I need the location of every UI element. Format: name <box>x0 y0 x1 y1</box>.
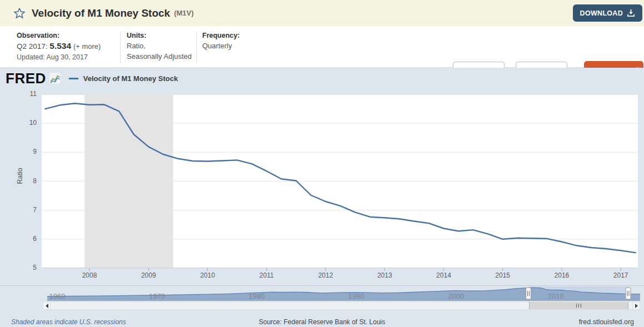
observation-label: Observation: <box>17 32 101 39</box>
right-arrow-icon <box>635 304 638 308</box>
overview-decade-label-1980: 1980 <box>240 292 273 300</box>
legend-line-marker <box>69 78 78 79</box>
divider <box>120 32 121 63</box>
source-text: Source: Federal Reserve Bank of St. Loui… <box>0 318 644 326</box>
x-tick-label-2009: 2009 <box>132 271 165 279</box>
units-label: Units: <box>127 32 192 39</box>
main-chart-region: Ratio 111098765 200820092010201120122013… <box>0 89 644 282</box>
x-tick-label-2011: 2011 <box>250 271 283 279</box>
overview-decade-label-1970: 1970 <box>140 292 173 300</box>
download-icon <box>627 9 635 17</box>
fred-logo: FRED <box>6 71 46 85</box>
thumb-grip-icon <box>581 304 581 308</box>
y-tick-label-7: 7 <box>19 206 37 214</box>
y-tick-label-9: 9 <box>19 148 37 155</box>
legend-series-label: Velocity of M1 Money Stock <box>83 74 178 83</box>
chart-plot-area[interactable] <box>42 94 638 272</box>
divider <box>196 32 197 63</box>
y-tick-label-5: 5 <box>19 264 37 271</box>
x-tick-label-2012: 2012 <box>309 271 342 279</box>
frequency-label: Frequency: <box>202 32 239 39</box>
y-tick-label-6: 6 <box>19 235 37 243</box>
footer-bar: Shaded areas indicate U.S. recessions So… <box>0 314 644 327</box>
meta-bar: Observation: Q2 2017: 5.534 (+ more) Upd… <box>0 26 644 68</box>
overview-decade-label-1960: 1960 <box>41 292 74 300</box>
x-tick-label-2016: 2016 <box>545 271 578 279</box>
units-value-line2: Seasonally Adjusted <box>127 52 192 62</box>
x-tick-label-2013: 2013 <box>368 271 401 279</box>
frequency-block: Frequency: Quarterly <box>202 32 239 52</box>
overview-decade-label-2010: 2010 <box>539 292 572 300</box>
scroll-left-button[interactable] <box>43 302 51 309</box>
scrollbar-thumb[interactable] <box>529 302 628 309</box>
x-tick-label-2015: 2015 <box>486 271 520 279</box>
overview-decade-label-1990: 1990 <box>340 292 373 300</box>
thumb-grip-icon <box>578 304 579 308</box>
x-tick-label-2010: 2010 <box>191 271 224 279</box>
y-tick-label-8: 8 <box>19 177 37 185</box>
more-observations-link[interactable]: (+ more) <box>73 42 101 51</box>
download-button-label: DOWNLOAD <box>580 9 623 17</box>
observation-period: Q2 2017: <box>17 42 48 51</box>
range-selector-overview[interactable]: 196019701980199020002010 <box>0 285 644 301</box>
page-title: Velocity of M1 Money Stock <box>32 7 170 19</box>
x-tick-label-2008: 2008 <box>73 271 106 279</box>
selection-handle-left[interactable] <box>526 288 531 299</box>
fred-sparkline-icon <box>49 72 61 84</box>
observation-block: Observation: Q2 2017: 5.534 (+ more) Upd… <box>17 32 101 61</box>
header-bar: Velocity of M1 Money Stock (M1V) DOWNLOA… <box>0 0 644 26</box>
x-tick-label-2014: 2014 <box>427 271 460 279</box>
frequency-value: Quarterly <box>202 41 239 52</box>
site-text: fred.stlouisfed.org <box>579 318 634 326</box>
y-axis-title: Ratio <box>16 159 24 193</box>
scroll-right-button[interactable] <box>632 302 640 309</box>
units-value-line1: Ratio, <box>127 41 192 52</box>
horizontal-scrollbar[interactable] <box>43 301 640 310</box>
left-arrow-icon <box>46 304 48 308</box>
observation-value: 5.534 <box>49 41 71 51</box>
graph-header-bar: FRED Velocity of M1 Money Stock <box>0 68 644 89</box>
selection-handle-right[interactable] <box>626 288 631 299</box>
x-tick-label-2017: 2017 <box>604 271 637 279</box>
updated-date: Updated: Aug 30, 2017 <box>17 53 101 61</box>
y-tick-label-10: 10 <box>19 119 37 127</box>
units-block: Units: Ratio, Seasonally Adjusted <box>127 32 192 62</box>
star-icon[interactable] <box>13 7 26 19</box>
series-id: (M1V) <box>174 9 193 17</box>
y-tick-label-11: 11 <box>19 90 37 98</box>
download-button[interactable]: DOWNLOAD <box>573 4 642 22</box>
thumb-grip-icon <box>576 304 577 308</box>
overview-decade-label-2000: 2000 <box>440 292 473 300</box>
